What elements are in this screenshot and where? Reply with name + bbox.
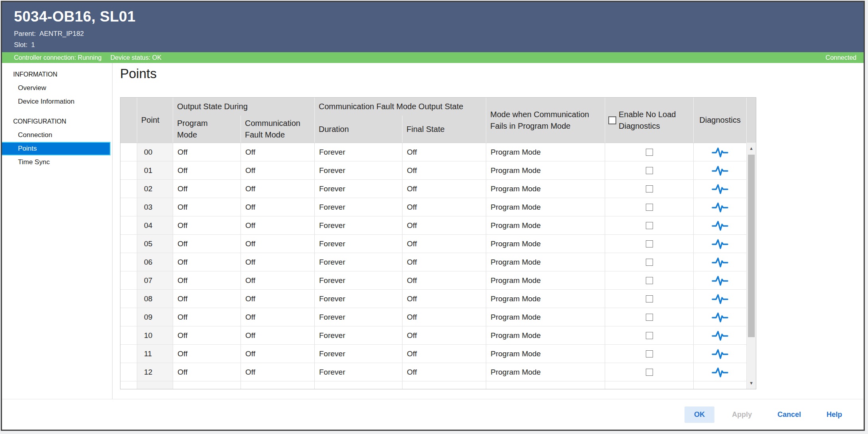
diagnostics-pulse-icon[interactable] <box>711 147 729 158</box>
point-cell[interactable]: 08 <box>137 290 173 308</box>
final-state-cell[interactable]: Off <box>402 161 486 179</box>
diagnostics-pulse-icon[interactable] <box>711 238 729 249</box>
final-state-cell[interactable]: Off <box>402 235 486 253</box>
point-cell[interactable]: 03 <box>137 198 173 216</box>
diagnostics-pulse-icon[interactable] <box>711 220 729 231</box>
final-state-cell[interactable]: Off <box>402 326 486 344</box>
duration-cell[interactable]: Forever <box>315 143 402 161</box>
diagnostics-pulse-icon[interactable] <box>711 202 729 213</box>
row-selector-cell[interactable] <box>120 143 137 161</box>
mode-when-cell[interactable]: Program Mode <box>486 198 605 216</box>
diagnostics-pulse-icon[interactable] <box>711 312 729 323</box>
duration-cell[interactable]: Forever <box>315 308 402 326</box>
program-mode-cell[interactable]: Off <box>173 143 241 161</box>
comm-fault-mode-cell[interactable]: Off <box>241 180 315 198</box>
comm-fault-mode-cell[interactable]: Off <box>241 216 315 234</box>
point-cell[interactable]: 09 <box>137 308 173 326</box>
final-state-cell[interactable]: Off <box>402 308 486 326</box>
row-selector-cell[interactable] <box>120 216 137 234</box>
point-cell[interactable]: 00 <box>137 143 173 161</box>
final-state-cell[interactable]: Off <box>402 345 486 363</box>
diagnostics-pulse-icon[interactable] <box>711 165 729 176</box>
point-cell[interactable]: 12 <box>137 363 173 381</box>
final-state-cell[interactable]: Off <box>402 271 486 289</box>
diagnostics-pulse-icon[interactable] <box>711 275 729 286</box>
comm-fault-mode-cell[interactable]: Off <box>241 198 315 216</box>
final-state-cell[interactable]: Off <box>402 253 486 271</box>
duration-cell[interactable]: Forever <box>315 326 402 344</box>
comm-fault-mode-cell[interactable]: Off <box>241 290 315 308</box>
mode-when-cell[interactable]: Program Mode <box>486 235 605 253</box>
enable-no-load-all-checkbox[interactable] <box>608 116 616 124</box>
row-selector-cell[interactable] <box>120 308 137 326</box>
comm-fault-mode-cell[interactable]: Off <box>241 235 315 253</box>
comm-fault-mode-cell[interactable]: Off <box>241 326 315 344</box>
comm-fault-mode-cell[interactable]: Off <box>241 308 315 326</box>
no-load-checkbox[interactable] <box>646 259 653 266</box>
row-selector-cell[interactable] <box>120 363 137 381</box>
comm-fault-mode-cell[interactable]: Off <box>241 253 315 271</box>
row-selector-cell[interactable] <box>120 326 137 344</box>
scroll-up-arrow-icon[interactable]: ▲ <box>747 146 756 151</box>
mode-when-cell[interactable]: Program Mode <box>486 363 605 381</box>
row-selector-cell[interactable] <box>120 271 137 289</box>
diagnostics-pulse-icon[interactable] <box>711 330 729 341</box>
duration-cell[interactable]: Forever <box>315 363 402 381</box>
no-load-checkbox[interactable] <box>646 314 653 321</box>
mode-when-cell[interactable]: Program Mode <box>486 180 605 198</box>
sidebar-item-overview[interactable]: Overview <box>2 81 112 95</box>
mode-when-cell[interactable]: Program Mode <box>486 271 605 289</box>
diagnostics-pulse-icon[interactable] <box>711 257 729 268</box>
row-selector-cell[interactable] <box>120 198 137 216</box>
comm-fault-mode-cell[interactable]: Off <box>241 271 315 289</box>
diagnostics-pulse-icon[interactable] <box>711 348 729 359</box>
sidebar-item-time-sync[interactable]: Time Sync <box>2 155 112 169</box>
program-mode-cell[interactable]: Off <box>173 198 241 216</box>
duration-cell[interactable]: Forever <box>315 161 402 179</box>
no-load-checkbox[interactable] <box>646 204 653 211</box>
help-button[interactable]: Help <box>819 407 850 423</box>
point-cell[interactable]: 05 <box>137 235 173 253</box>
apply-button[interactable]: Apply <box>724 407 760 423</box>
program-mode-cell[interactable]: Off <box>173 363 241 381</box>
no-load-checkbox[interactable] <box>646 222 653 229</box>
no-load-checkbox[interactable] <box>646 332 653 339</box>
comm-fault-mode-cell[interactable]: Off <box>241 345 315 363</box>
mode-when-cell[interactable]: Program Mode <box>486 308 605 326</box>
duration-cell[interactable]: Forever <box>315 253 402 271</box>
scrollbar-thumb[interactable] <box>748 155 755 337</box>
program-mode-cell[interactable]: Off <box>173 161 241 179</box>
sidebar-item-connection[interactable]: Connection <box>2 128 112 142</box>
row-selector-cell[interactable] <box>120 345 137 363</box>
diagnostics-pulse-icon[interactable] <box>711 367 729 378</box>
program-mode-cell[interactable]: Off <box>173 235 241 253</box>
comm-fault-mode-cell[interactable]: Off <box>241 161 315 179</box>
point-cell[interactable]: 06 <box>137 253 173 271</box>
point-cell[interactable]: 07 <box>137 271 173 289</box>
final-state-cell[interactable]: Off <box>402 198 486 216</box>
cancel-button[interactable]: Cancel <box>769 407 809 423</box>
sidebar-item-points[interactable]: Points <box>2 142 110 155</box>
final-state-cell[interactable]: Off <box>402 363 486 381</box>
row-selector-cell[interactable] <box>120 235 137 253</box>
mode-when-cell[interactable]: Program Mode <box>486 161 605 179</box>
no-load-checkbox[interactable] <box>646 295 653 302</box>
point-cell[interactable]: 04 <box>137 216 173 234</box>
mode-when-cell[interactable]: Program Mode <box>486 143 605 161</box>
no-load-checkbox[interactable] <box>646 167 653 174</box>
duration-cell[interactable]: Forever <box>315 198 402 216</box>
program-mode-cell[interactable]: Off <box>173 180 241 198</box>
scroll-down-arrow-icon[interactable]: ▼ <box>747 381 756 385</box>
point-cell[interactable]: 11 <box>137 345 173 363</box>
diagnostics-pulse-icon[interactable] <box>711 183 729 194</box>
row-selector-cell[interactable] <box>120 180 137 198</box>
scrollbar-track[interactable]: ▲ ▼ <box>746 143 756 389</box>
mode-when-cell[interactable]: Program Mode <box>486 253 605 271</box>
no-load-checkbox[interactable] <box>646 350 653 357</box>
row-selector-cell[interactable] <box>120 161 137 179</box>
duration-cell[interactable]: Forever <box>315 180 402 198</box>
program-mode-cell[interactable]: Off <box>173 253 241 271</box>
duration-cell[interactable]: Forever <box>315 216 402 234</box>
point-cell[interactable]: 02 <box>137 180 173 198</box>
comm-fault-mode-cell[interactable]: Off <box>241 143 315 161</box>
